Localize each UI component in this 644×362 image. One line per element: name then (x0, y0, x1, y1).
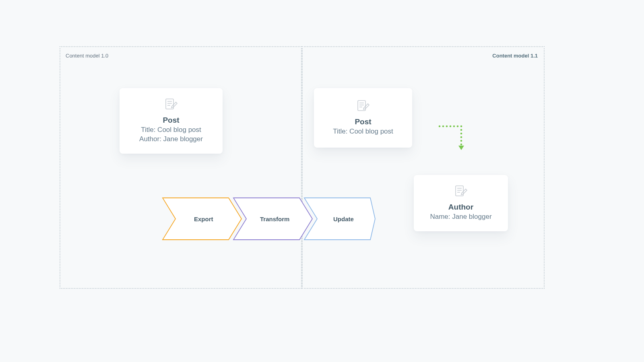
svg-marker-27 (304, 198, 375, 240)
panel-content-model-1-0 (60, 46, 302, 289)
card-post-right: Post Title: Cool blog post (314, 88, 412, 148)
card-author: Author Name: Jane blogger (414, 175, 508, 231)
panel-content-model-1-1 (302, 46, 545, 289)
pipeline-steps: Export Transform Update (161, 197, 376, 241)
card-field-title: Title: Cool blog post (141, 125, 201, 135)
svg-marker-26 (233, 198, 312, 240)
card-title: Author (448, 203, 473, 212)
card-field-author: Author: Jane blogger (139, 135, 203, 144)
card-title: Post (355, 117, 371, 126)
diagram-canvas: Content model 1.0 Content model 1.1 Post… (0, 0, 644, 362)
card-field-title: Title: Cool blog post (333, 127, 393, 136)
card-field-name: Name: Jane blogger (430, 212, 491, 222)
card-post-left: Post Title: Cool blog post Author: Jane … (120, 88, 223, 154)
panel-label-right: Content model 1.1 (492, 53, 538, 59)
panel-label-left: Content model 1.0 (66, 53, 108, 59)
document-edit-icon (356, 100, 370, 114)
document-edit-icon (164, 98, 178, 113)
svg-marker-25 (163, 198, 242, 240)
document-edit-icon (454, 185, 468, 200)
card-title: Post (163, 116, 179, 125)
